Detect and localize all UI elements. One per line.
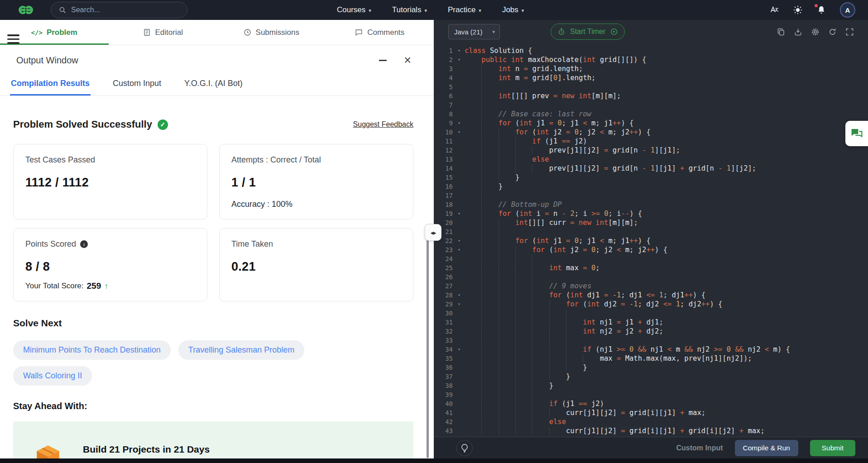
nav-item-courses[interactable]: Courses▾ [337, 5, 371, 14]
fullscreen-icon[interactable] [845, 27, 854, 37]
tab-custom-input[interactable]: Custom Input [112, 72, 162, 95]
solve-next-chips: Minimum Points To Reach Destination Trav… [13, 340, 366, 386]
code-line-42[interactable]: 42 else [434, 417, 868, 426]
language-select[interactable]: Java (21) ▾ [448, 24, 500, 39]
chevron-down-icon: ▾ [369, 8, 371, 14]
chip-problem-link[interactable]: Minimum Points To Reach Destination [13, 340, 171, 360]
code-line-27[interactable]: 27 // 9 moves [434, 282, 868, 291]
left-panel-scrollbar[interactable] [427, 237, 429, 458]
solve-next-heading: Solve Next [13, 318, 413, 329]
tab-compilation-results[interactable]: Compilation Results [10, 72, 91, 95]
code-line-29[interactable]: 29▾ for (int dj2 = -1; dj2 <= 1; dj2++) … [434, 300, 868, 309]
hamburger-menu-icon[interactable] [7, 34, 19, 44]
hint-lightbulb-icon[interactable] [456, 440, 473, 456]
custom-input-link[interactable]: Custom Input [676, 444, 723, 452]
code-editor[interactable]: 1▾class Solution {2▾ public int maxChoco… [434, 46, 868, 435]
chip-problem-link[interactable]: Walls Coloring II [13, 366, 92, 386]
total-score: Your Total Score: 259 ↑ [25, 281, 195, 291]
code-line-28[interactable]: 28▾ for (int dj1 = -1; dj1 <= 1; dj1++) … [434, 291, 868, 300]
start-timer-button[interactable]: Start Timer [551, 24, 625, 40]
comment-icon [355, 28, 363, 37]
code-line-5[interactable]: 5 [434, 82, 868, 91]
code-line-18[interactable]: 18 // Bottom-up DP [434, 200, 868, 209]
editor-toolbar-icons [776, 27, 854, 37]
close-icon[interactable]: × [404, 54, 411, 67]
success-check-icon: ✓ [158, 119, 168, 130]
code-line-15[interactable]: 15 } [434, 173, 868, 182]
code-line-41[interactable]: 41 curr[j1][j2] = grid[i][j1] + max; [434, 408, 868, 417]
theme-toggle-icon[interactable] [793, 5, 803, 15]
nav-item-tutorials[interactable]: Tutorials▾ [392, 5, 427, 14]
code-line-24[interactable]: 24 [434, 254, 868, 263]
code-line-20[interactable]: 20 int[][] curr = new int[m][m]; [434, 218, 868, 227]
code-line-10[interactable]: 10▾ for (int j2 = 0; j2 < m; j2++) { [434, 128, 868, 137]
reset-code-icon[interactable] [828, 27, 837, 37]
suggest-feedback-link[interactable]: Suggest Feedback [353, 120, 413, 129]
search-bar[interactable] [51, 2, 187, 18]
code-line-32[interactable]: 32 int nj2 = j2 + dj2; [434, 327, 868, 336]
nav-item-jobs[interactable]: Jobs▾ [502, 5, 524, 14]
code-line-6[interactable]: 6 int[][] prev = new int[m][m]; [434, 91, 868, 100]
code-line-35[interactable]: 35 max = Math.max(max, prev[nj1][nj2]); [434, 354, 868, 363]
chat-assistant-button[interactable] [845, 121, 868, 146]
document-icon [143, 28, 151, 37]
settings-gear-icon[interactable] [810, 27, 820, 37]
results-content: Problem Solved Successfully ✓ Suggest Fe… [0, 119, 434, 458]
submit-button[interactable]: Submit [810, 440, 855, 456]
code-line-11[interactable]: 11 if (j1 == j2) [434, 137, 868, 146]
copy-icon[interactable] [776, 27, 786, 37]
code-line-36[interactable]: 36 } [434, 363, 868, 372]
points-value: 8 / 8 [25, 260, 195, 274]
notifications-bell-icon[interactable] [816, 5, 826, 15]
attempts-value: 1 / 1 [231, 176, 401, 190]
code-line-8[interactable]: 8 // Base case: last row [434, 110, 868, 119]
code-line-22[interactable]: 22▾ for (int j1 = 0; j1 < m; j1++) { [434, 236, 868, 245]
code-line-26[interactable]: 26 [434, 272, 868, 282]
code-icon: </> [31, 29, 43, 36]
tab-submissions[interactable]: Submissions [217, 20, 326, 45]
tab-comments[interactable]: Comments [326, 20, 434, 45]
code-line-33[interactable]: 33 [434, 336, 868, 345]
code-line-3[interactable]: 3 int n = grid.length; [434, 64, 868, 73]
code-line-43[interactable]: 43 curr[j1][j2] = grid[i][j1] + grid[i][… [434, 426, 868, 435]
code-line-40[interactable]: 40 if (j1 == j2) [434, 399, 868, 408]
code-line-7[interactable]: 7 [434, 100, 868, 110]
gfg-logo[interactable] [14, 3, 38, 17]
code-line-30[interactable]: 30 [434, 309, 868, 318]
code-line-31[interactable]: 31 int nj1 = j1 + dj1; [434, 318, 868, 327]
code-line-34[interactable]: 34▾ if (nj1 >= 0 && nj1 < m && nj2 >= 0 … [434, 345, 868, 354]
code-line-19[interactable]: 19▾ for (int i = n - 2; i >= 0; i--) { [434, 209, 868, 218]
nav-item-practice[interactable]: Practice▾ [448, 5, 481, 14]
code-line-17[interactable]: 17 [434, 191, 868, 200]
nav-menu: Courses▾ Tutorials▾ Practice▾ Jobs▾ [337, 5, 524, 14]
code-line-2[interactable]: 2▾ public int maxChocolate(int grid[][])… [434, 55, 868, 64]
code-line-14[interactable]: 14 prev[j1][j2] = grid[n - 1][j1] + grid… [434, 164, 868, 173]
translate-icon[interactable] [769, 5, 779, 15]
code-line-1[interactable]: 1▾class Solution { [434, 46, 868, 55]
code-line-9[interactable]: 9▾ for (int j1 = 0; j1 < m; j1++) { [434, 119, 868, 128]
code-line-23[interactable]: 23▾ for (int j2 = 0; j2 < m; j2++) { [434, 245, 868, 254]
tab-editorial[interactable]: Editorial [109, 20, 217, 45]
output-window-header: Output Window × [0, 45, 434, 72]
code-line-25[interactable]: 25 int max = 0; [434, 263, 868, 272]
code-line-39[interactable]: 39 [434, 390, 868, 399]
code-line-37[interactable]: 37 } [434, 372, 868, 381]
tab-yogi-ai-bot[interactable]: Y.O.G.I. (AI Bot) [183, 72, 244, 95]
chip-problem-link[interactable]: Travelling Salesman Problem [178, 340, 304, 360]
scrollbar-thumb[interactable] [427, 237, 429, 458]
code-line-21[interactable]: 21 [434, 227, 868, 236]
minimize-icon[interactable] [379, 60, 387, 61]
code-line-16[interactable]: 16 } [434, 182, 868, 191]
code-line-12[interactable]: 12 prev[j1][j2] = grid[n - 1][j1]; [434, 146, 868, 155]
import-icon[interactable] [793, 27, 803, 37]
avatar[interactable]: A [840, 2, 855, 18]
code-line-13[interactable]: 13 else [434, 155, 868, 164]
compile-run-button[interactable]: Compile & Run [735, 440, 798, 456]
code-line-38[interactable]: 38 } [434, 381, 868, 390]
search-input[interactable] [71, 6, 180, 14]
promo-banner[interactable]: Build 21 Projects in 21 Days Build real-… [13, 421, 413, 458]
code-line-4[interactable]: 4 int m = grid[0].length; [434, 73, 868, 82]
chevron-down-icon: ▾ [479, 8, 481, 14]
panel-resize-handle[interactable]: ◂▸ [425, 224, 441, 241]
info-icon[interactable]: i [80, 240, 88, 248]
